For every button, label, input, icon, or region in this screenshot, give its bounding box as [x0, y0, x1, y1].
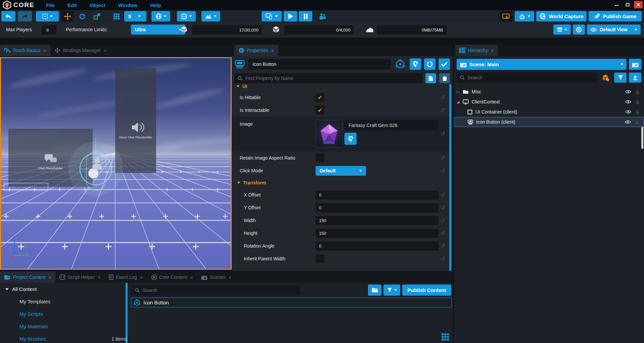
reset-icon[interactable]: ↺: [440, 243, 445, 249]
restore-button[interactable]: [623, 1, 632, 8]
preview-device-dropdown[interactable]: [262, 11, 282, 22]
minimize-button[interactable]: [612, 1, 621, 8]
paste-properties-button[interactable]: [439, 73, 450, 83]
reset-icon[interactable]: ↺: [440, 131, 445, 137]
reset-all-button[interactable]: [424, 58, 435, 70]
click-mode-dropdown[interactable]: Default: [316, 166, 366, 176]
close-tab-icon[interactable]: ×: [43, 48, 46, 53]
hierarchy-item-misc[interactable]: ▷ Misc: [454, 87, 644, 97]
content-filter-dropdown[interactable]: [383, 285, 400, 296]
multiplayer-preview-button[interactable]: [316, 11, 329, 22]
hierarchy-item-clientcontext[interactable]: ◢ ClientContext: [454, 97, 644, 107]
find-references-button[interactable]: [410, 58, 421, 70]
publish-content-button[interactable]: Publish Content: [402, 285, 451, 296]
expand-arrow-icon[interactable]: ▷: [457, 90, 459, 94]
y-offset-field[interactable]: 0: [316, 203, 439, 212]
apply-button[interactable]: [439, 58, 450, 70]
section-ui[interactable]: UI: [232, 84, 453, 89]
section-transform[interactable]: Transform: [232, 177, 453, 188]
close-tab-icon[interactable]: ×: [190, 274, 193, 280]
x-offset-field[interactable]: 0: [316, 190, 439, 200]
world-capture-button[interactable]: World Capture: [536, 11, 587, 22]
portal-dropdown[interactable]: [177, 11, 196, 22]
close-tab-icon[interactable]: ×: [49, 274, 52, 280]
object-name-field[interactable]: Icon Button: [248, 59, 391, 70]
lock-icon[interactable]: [636, 100, 639, 104]
image-asset-field[interactable]: Fantasy Craft Gem 026: [344, 120, 438, 130]
menu-help[interactable]: Help: [150, 2, 161, 8]
pause-button[interactable]: [299, 11, 312, 22]
menu-edit[interactable]: Edit: [67, 2, 77, 8]
content-item-icon-button[interactable]: Icon Button: [131, 298, 452, 307]
filter-button[interactable]: [614, 73, 627, 83]
collapse-arrow-icon[interactable]: ◢: [457, 100, 459, 104]
terrain-dropdown[interactable]: [201, 11, 220, 22]
tree-item-my-materials[interactable]: My Materials: [0, 320, 126, 333]
retain-aspect-checkbox[interactable]: ✔: [316, 154, 324, 162]
visibility-eye-icon[interactable]: [625, 120, 631, 124]
tab-event-log[interactable]: Event Log ×: [105, 271, 147, 283]
tab-scenes[interactable]: Scenes ×: [197, 271, 235, 283]
reset-icon[interactable]: ↺: [440, 107, 445, 113]
publish-game-button[interactable]: Publish Game: [589, 11, 642, 22]
is-hittable-checkbox[interactable]: ✔: [316, 93, 324, 102]
tree-item-my-brushes[interactable]: My Brushes: [0, 333, 126, 343]
content-search[interactable]: [132, 285, 300, 295]
scene-viewport[interactable]: Voice Chat Placeholder Chat Placeholder: [0, 57, 232, 270]
copy-properties-button[interactable]: [425, 73, 436, 83]
undo-button[interactable]: [1, 11, 15, 22]
default-view-dropdown[interactable]: Default View: [587, 25, 641, 35]
height-field[interactable]: 150: [316, 229, 439, 238]
reset-icon[interactable]: ↺: [440, 205, 445, 211]
help-target-button[interactable]: [573, 25, 585, 35]
reset-icon[interactable]: ↺: [440, 155, 445, 161]
image-find-asset-button[interactable]: [344, 133, 357, 145]
lock-icon[interactable]: [636, 90, 639, 94]
find-property-search[interactable]: [234, 73, 422, 83]
tab-touch-basics[interactable]: Touch Basics ×: [0, 45, 50, 56]
reset-icon[interactable]: ↺: [440, 94, 445, 100]
max-players-field[interactable]: 8: [42, 25, 56, 35]
layout-dropdown[interactable]: [553, 25, 571, 35]
tree-divider[interactable]: [126, 283, 128, 343]
close-button[interactable]: [634, 1, 643, 8]
close-tab-icon[interactable]: ×: [271, 48, 274, 53]
visibility-eye-icon[interactable]: [625, 110, 631, 114]
snap-grid-button[interactable]: [110, 11, 123, 22]
reset-icon[interactable]: ↺: [440, 168, 445, 174]
tab-script-helper[interactable]: Script Helper ×: [55, 271, 105, 283]
scale-tool-button[interactable]: [91, 11, 103, 22]
content-search-input[interactable]: [142, 288, 297, 293]
image-thumbnail[interactable]: [316, 120, 342, 147]
is-interactable-checkbox[interactable]: ✔: [316, 106, 324, 115]
scenes-manager-button[interactable]: [629, 59, 641, 70]
close-tab-icon[interactable]: ×: [229, 274, 232, 280]
tree-item-my-templates[interactable]: My Templates: [0, 295, 126, 308]
hierarchy-scrollbar[interactable]: [641, 127, 643, 149]
reset-icon[interactable]: ↺: [440, 192, 445, 198]
tab-core-content[interactable]: Core Content ×: [147, 271, 197, 283]
close-tab-icon[interactable]: ×: [98, 274, 101, 280]
open-folder-button[interactable]: [368, 285, 381, 296]
menu-file[interactable]: File: [46, 2, 55, 8]
tree-item-all-content[interactable]: All Content: [0, 283, 126, 295]
close-tab-icon[interactable]: ×: [491, 48, 494, 53]
tree-item-my-scripts[interactable]: My Scripts: [0, 308, 126, 320]
tab-properties[interactable]: Properties ×: [234, 45, 278, 56]
lock-icon[interactable]: [635, 120, 639, 124]
world-settings-dropdown[interactable]: [151, 11, 170, 22]
lock-icon[interactable]: [636, 110, 639, 114]
selection-mode-dropdown[interactable]: [36, 11, 59, 22]
tab-bindings-manager[interactable]: Bindings Manager ×: [50, 45, 111, 56]
play-button[interactable]: [284, 11, 297, 22]
move-tool-button[interactable]: [61, 11, 74, 22]
assistant-dropdown[interactable]: [515, 11, 534, 22]
tab-project-content[interactable]: Project Content ×: [0, 271, 55, 283]
hierarchy-item-ui-container[interactable]: UI Container (client): [454, 107, 644, 117]
reset-icon[interactable]: ↺: [440, 230, 445, 236]
hierarchy-search-input[interactable]: [467, 75, 594, 80]
menu-object[interactable]: Object: [90, 2, 105, 8]
screen-capture-toggle[interactable]: [500, 11, 512, 22]
close-tab-icon[interactable]: ×: [140, 274, 143, 280]
menu-window[interactable]: Window: [118, 2, 137, 8]
